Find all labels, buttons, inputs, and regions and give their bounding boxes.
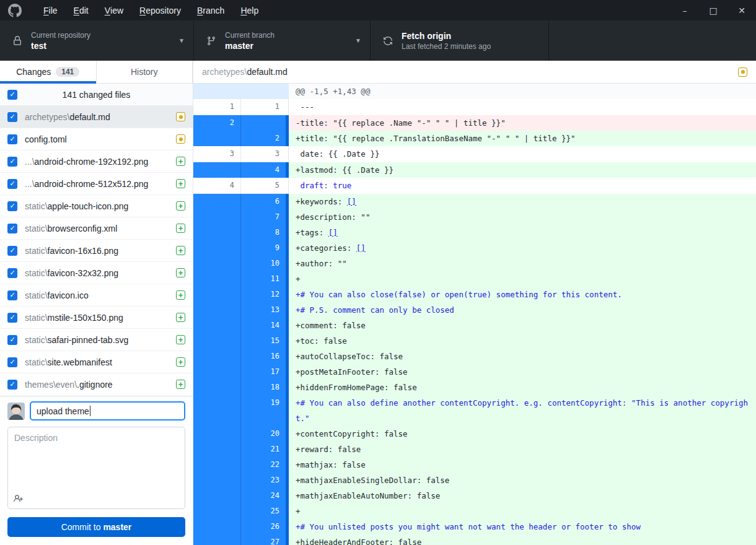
- diff-gutter-new-line-number[interactable]: [241, 115, 286, 131]
- diff-gutter-new-line-number[interactable]: 3: [241, 146, 286, 162]
- minimize-button[interactable]: –: [670, 0, 699, 20]
- diff-gutter-old-line-number[interactable]: [193, 333, 241, 349]
- file-checkbox[interactable]: ✓: [7, 134, 17, 144]
- file-row[interactable]: ✓static\favicon.ico+: [0, 284, 193, 307]
- commit-description-textarea[interactable]: Description: [7, 427, 185, 509]
- diff-gutter-old-line-number[interactable]: [193, 473, 241, 488]
- close-button[interactable]: ✕: [727, 0, 756, 20]
- menu-file[interactable]: File: [35, 0, 66, 20]
- menu-help[interactable]: Help: [232, 0, 266, 20]
- diff-gutter-old-line-number[interactable]: [193, 426, 241, 442]
- file-row[interactable]: ✓themes\even\.gitignore+: [0, 373, 193, 396]
- diff-gutter-new-line-number[interactable]: 19: [241, 395, 286, 426]
- file-checkbox[interactable]: ✓: [7, 357, 17, 367]
- add-coauthor-icon[interactable]: [14, 494, 24, 504]
- file-row[interactable]: ✓static\favicon-32x32.png+: [0, 262, 193, 284]
- file-row[interactable]: ✓static\mstile-150x150.png+: [0, 307, 193, 329]
- diff-gutter-old-line-number[interactable]: [193, 225, 241, 240]
- diff-gutter-old-line-number[interactable]: [193, 349, 241, 364]
- diff-gutter-old-line-number[interactable]: [193, 194, 241, 209]
- tab-history[interactable]: History: [97, 61, 193, 83]
- diff-gutter-new-line-number[interactable]: 5: [241, 178, 286, 194]
- diff-gutter-old-line-number[interactable]: [193, 534, 241, 545]
- menu-branch[interactable]: Branch: [189, 0, 232, 20]
- fetch-origin-button[interactable]: Fetch origin Last fetched 2 minutes ago: [371, 20, 549, 61]
- diff-gutter-old-line-number[interactable]: [193, 457, 241, 473]
- diff-gutter-new-line-number[interactable]: 1: [241, 99, 286, 115]
- diff-gutter-old-line-number[interactable]: [193, 442, 241, 457]
- diff-gutter-new-line-number[interactable]: 18: [241, 380, 286, 395]
- current-branch-dropdown[interactable]: Current branch master ▼: [194, 20, 371, 61]
- diff-gutter-new-line-number[interactable]: 22: [241, 457, 286, 473]
- diff-gutter-new-line-number[interactable]: 13: [241, 302, 286, 318]
- diff-gutter-new-line-number[interactable]: 16: [241, 349, 286, 364]
- file-checkbox[interactable]: ✓: [7, 246, 17, 256]
- diff-gutter-new-line-number[interactable]: [241, 84, 286, 99]
- diff-gutter-old-line-number[interactable]: [193, 380, 241, 395]
- diff-gutter-old-line-number[interactable]: [193, 256, 241, 271]
- file-row[interactable]: ✓archetypes\default.md: [0, 106, 193, 128]
- file-checkbox[interactable]: ✓: [7, 268, 17, 278]
- diff-gutter-new-line-number[interactable]: 7: [241, 209, 286, 225]
- file-checkbox[interactable]: ✓: [7, 335, 17, 345]
- diff-gutter-new-line-number[interactable]: 8: [241, 225, 286, 240]
- file-row[interactable]: ✓static\favicon-16x16.png+: [0, 240, 193, 262]
- commit-button[interactable]: Commit to master: [7, 517, 185, 537]
- maximize-button[interactable]: □: [699, 0, 727, 20]
- file-checkbox[interactable]: ✓: [7, 179, 17, 189]
- diff-gutter-new-line-number[interactable]: 25: [241, 504, 286, 519]
- file-row[interactable]: ✓static\site.webmanifest+: [0, 351, 193, 373]
- diff-gutter-new-line-number[interactable]: 2: [241, 131, 286, 146]
- diff-gutter-old-line-number[interactable]: 2: [193, 115, 241, 131]
- diff-gutter-new-line-number[interactable]: 14: [241, 318, 286, 333]
- current-repository-dropdown[interactable]: Current repository test ▼: [0, 20, 194, 61]
- diff-gutter-old-line-number[interactable]: [193, 519, 241, 534]
- menu-view[interactable]: View: [97, 0, 131, 20]
- diff-gutter-old-line-number[interactable]: [193, 302, 241, 318]
- diff-gutter-old-line-number[interactable]: 1: [193, 99, 241, 115]
- diff-gutter-new-line-number[interactable]: 23: [241, 473, 286, 488]
- diff-gutter-new-line-number[interactable]: 9: [241, 240, 286, 256]
- diff-gutter-old-line-number[interactable]: [193, 318, 241, 333]
- file-checkbox[interactable]: ✓: [7, 112, 17, 122]
- file-row[interactable]: ✓static\browserconfig.xml+: [0, 217, 193, 240]
- diff-gutter-old-line-number[interactable]: [193, 209, 241, 225]
- diff-gutter-old-line-number[interactable]: [193, 504, 241, 519]
- diff-gutter-old-line-number[interactable]: [193, 240, 241, 256]
- diff-gutter-old-line-number[interactable]: [193, 488, 241, 504]
- file-checkbox[interactable]: ✓: [7, 157, 17, 167]
- file-checkbox[interactable]: ✓: [7, 380, 17, 390]
- file-checkbox[interactable]: ✓: [7, 313, 17, 323]
- diff-gutter-old-line-number[interactable]: 3: [193, 146, 241, 162]
- select-all-row[interactable]: ✓ 141 changed files: [0, 84, 193, 106]
- diff-gutter-old-line-number[interactable]: [193, 271, 241, 287]
- diff-gutter-new-line-number[interactable]: 17: [241, 364, 286, 380]
- file-row[interactable]: ✓config.toml: [0, 128, 193, 150]
- diff-gutter-old-line-number[interactable]: [193, 84, 241, 99]
- diff-gutter-new-line-number[interactable]: 15: [241, 333, 286, 349]
- diff-gutter-old-line-number[interactable]: 4: [193, 178, 241, 194]
- diff-gutter-new-line-number[interactable]: 27: [241, 534, 286, 545]
- file-checkbox[interactable]: ✓: [7, 201, 17, 211]
- diff-gutter-new-line-number[interactable]: 4: [241, 162, 286, 178]
- commit-summary-input[interactable]: upload theme: [30, 401, 185, 421]
- file-row[interactable]: ✓static\apple-touch-icon.png+: [0, 195, 193, 217]
- diff-gutter-new-line-number[interactable]: 10: [241, 256, 286, 271]
- file-row[interactable]: ✓...\android-chrome-512x512.png+: [0, 173, 193, 195]
- diff-gutter-new-line-number[interactable]: 21: [241, 442, 286, 457]
- diff-gutter-old-line-number[interactable]: [193, 395, 241, 426]
- diff-gutter-new-line-number[interactable]: 24: [241, 488, 286, 504]
- diff-gutter-new-line-number[interactable]: 12: [241, 287, 286, 302]
- tab-changes[interactable]: Changes 141: [0, 61, 97, 83]
- file-checkbox[interactable]: ✓: [7, 290, 17, 300]
- file-checkbox[interactable]: ✓: [7, 224, 17, 233]
- diff-gutter-new-line-number[interactable]: 20: [241, 426, 286, 442]
- diff-gutter-new-line-number[interactable]: 11: [241, 271, 286, 287]
- diff-gutter-old-line-number[interactable]: [193, 162, 241, 178]
- diff-gutter-old-line-number[interactable]: [193, 131, 241, 146]
- menu-edit[interactable]: Edit: [66, 0, 97, 20]
- diff-gutter-old-line-number[interactable]: [193, 364, 241, 380]
- diff-gutter-new-line-number[interactable]: 6: [241, 194, 286, 209]
- menu-repository[interactable]: Repository: [131, 0, 189, 20]
- file-row[interactable]: ✓...\android-chrome-192x192.png+: [0, 150, 193, 173]
